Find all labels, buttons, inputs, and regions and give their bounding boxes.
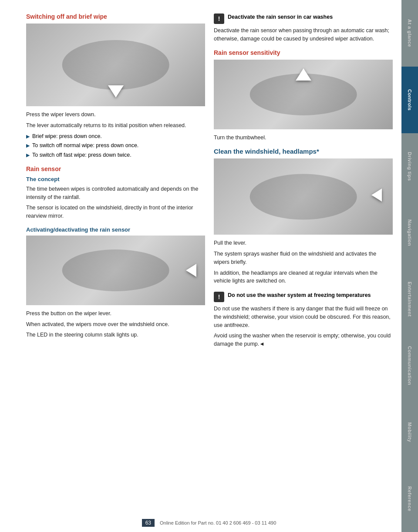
arrow-left-icon-2 [371,189,382,202]
bullet-text-1: Brief wipe: press down once. [32,132,102,141]
sidebar-item-at-a-glance[interactable]: At a glance [401,0,418,67]
para-sprays-washer: The system sprays washer fluid on the wi… [214,250,393,266]
para-press-button: Press the button on the wiper lever. [26,310,205,318]
sidebar-item-driving-tips[interactable]: Driving tips [401,133,418,200]
page-number: 63 [142,519,155,527]
para-when-activated: When activated, the wipers move over the… [26,320,205,329]
section-activating: Activating/deactivating the rain sensor … [26,226,205,339]
arrow-left-icon [186,264,196,277]
para-pull-lever: Pull the lever. [214,239,393,247]
sidebar-label-communication: Communication [407,346,412,385]
sidebar-item-communication[interactable]: Communication [401,333,418,399]
sidebar-label-controls: Controls [407,89,412,111]
sidebar-item-mobility[interactable]: Mobility [401,399,418,466]
bullet-text-2: To switch off normal wipe: press down on… [32,141,138,150]
para-press-wiper: Press the wiper levers down. [26,111,205,119]
bullet-arrow-icon-2: ▶ [26,142,30,149]
para-led: The LED in the steering column stalk lig… [26,331,205,339]
page-container: Switching off and brief wipe Press the w… [0,0,418,532]
rain-sensitivity-title: Rain sensor sensitivity [214,49,393,56]
page-footer: 63 Online Edition for Part no. 01 40 2 6… [0,519,418,527]
bullet-brief-wipe: ▶ Brief wipe: press down once. [26,132,205,141]
image-thumbwheel [214,60,393,129]
warning-icon-1: ! [214,13,224,24]
sidebar-label-mobility: Mobility [407,422,412,442]
sidebar-label-navigation: Navigation [407,219,412,246]
section2-subtitle: The concept [26,176,205,182]
warning-block-2: ! Do not use the washer system at freezi… [214,291,393,302]
sidebar-item-controls[interactable]: Controls [401,67,418,133]
bullet-text-3: To switch off fast wipe: press down twic… [32,151,131,159]
left-column: Switching off and brief wipe Press the w… [26,13,205,515]
image-pull-lever [214,158,393,235]
para-time-between: The time between wipes is controlled aut… [26,185,205,202]
sidebar-label-reference: Reference [407,486,412,512]
section-rain-sensitivity: Rain sensor sensitivity Turn the thumbwh… [214,49,393,142]
sidebar-label-at-a-glance: At a glance [407,19,412,47]
sidebar-item-entertainment[interactable]: Entertainment [401,266,418,333]
sidebar-label-entertainment: Entertainment [407,282,412,317]
sidebar: At a glance Controls Driving tips Naviga… [401,0,418,532]
warning-text-1: Deactivate the rain sensor when passing … [214,27,393,43]
sidebar-label-driving-tips: Driving tips [407,152,412,181]
clean-windshield-title: Clean the windshield, headlamps* [214,148,393,155]
para-lever-returns: The lever automatically returns to its i… [26,121,205,130]
section1-title: Switching off and brief wipe [26,13,205,20]
para-turn-thumbwheel: Turn the thumbwheel. [214,134,393,142]
right-column: ! Deactivate the rain sensor in car wash… [214,13,393,515]
img-rain-sensor-content [26,236,205,305]
para-sensor-located: The sensor is located on the windshield,… [26,204,205,220]
bullet-switch-normal: ▶ To switch off normal wipe: press down … [26,141,205,150]
warning-freezing: ! Do not use the washer system at freezi… [214,291,393,348]
sidebar-item-navigation[interactable]: Navigation [401,199,418,266]
warning-block-1: ! Deactivate the rain sensor in car wash… [214,13,393,24]
warning-text-3: Avoid using the washer when the reservoi… [214,332,393,348]
para-headlamps-cleaned: In addition, the headlamps are cleaned a… [214,269,393,286]
image-rain-sensor-button [26,236,205,305]
warning-icon-2: ! [214,292,224,302]
arrow-up-icon [296,68,311,81]
section-rain-sensor: Rain sensor The concept The time between… [26,165,205,220]
warning-title-1: Deactivate the rain sensor in car washes [228,13,333,21]
bullet-arrow-icon-3: ▶ [26,152,30,159]
section2-title: Rain sensor [26,165,205,172]
warning-title-2: Do not use the washer system at freezing… [228,291,371,300]
warning-heading-1: Deactivate the rain sensor in car washes [228,14,333,20]
section3-title: Activating/deactivating the rain sensor [26,226,205,233]
arrow-down-icon [108,85,124,98]
image-wiper-lever [26,24,205,106]
warning-text-2: Do not use the washers if there is any d… [214,305,393,329]
section-switching-off: Switching off and brief wipe Press the w… [26,13,205,159]
warning-car-wash: ! Deactivate the rain sensor in car wash… [214,13,393,43]
bullet-switch-fast: ▶ To switch off fast wipe: press down tw… [26,151,205,159]
section-clean-windshield: Clean the windshield, headlamps* Pull th… [214,148,393,285]
bullet-arrow-icon-1: ▶ [26,133,30,140]
main-content: Switching off and brief wipe Press the w… [0,0,401,532]
footer-text: Online Edition for Part no. 01 40 2 606 … [160,520,276,525]
warning-heading-2: Do not use the washer system at freezing… [228,292,371,298]
img-pull-lever-content [214,158,393,235]
